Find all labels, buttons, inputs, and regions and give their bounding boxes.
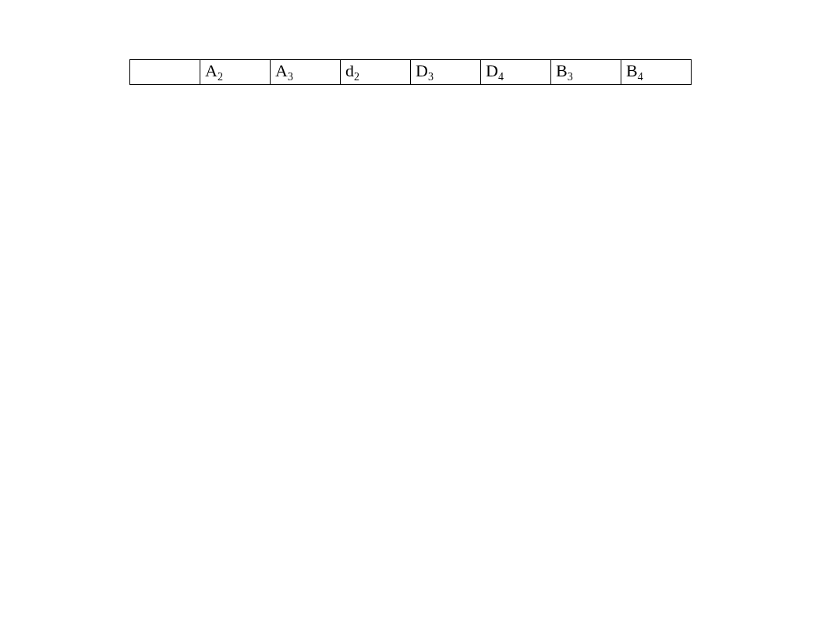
group-header-schart [561, 31, 710, 50]
group-header-sigma [312, 31, 413, 50]
constants-table: A2 A3 d2 D3 D4 B3 B4 [129, 59, 692, 85]
col-header-a2: A2 [200, 59, 271, 84]
col-header-d3-upper: D3 [411, 59, 481, 84]
column-group-headers [172, 31, 790, 50]
group-header-rchart [413, 31, 561, 50]
col-header-d4-upper: D4 [481, 59, 551, 84]
document-page: A2 A3 d2 D3 D4 B3 B4 [0, 0, 821, 644]
col-header-d2: d2 [341, 59, 411, 84]
col-header-sample [130, 59, 200, 84]
col-header-a3: A3 [271, 59, 341, 84]
col-header-b3: B3 [551, 59, 621, 84]
table-header-row: A2 A3 d2 D3 D4 B3 B4 [130, 59, 692, 84]
group-header-xbar [172, 31, 312, 50]
col-header-b4: B4 [621, 59, 692, 84]
